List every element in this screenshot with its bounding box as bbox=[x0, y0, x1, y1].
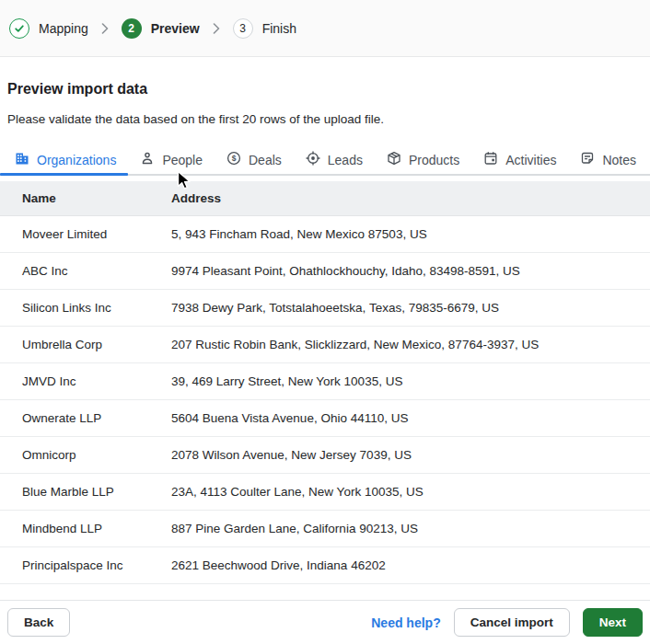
tab-organizations[interactable]: Organizations bbox=[0, 145, 128, 174]
tab-people-label: People bbox=[162, 153, 203, 167]
step-3-badge: 3 bbox=[233, 18, 253, 39]
cell-address: 5, 943 Fincham Road, New Mexico 87503, U… bbox=[171, 215, 650, 252]
cell-name: Moveer Limited bbox=[0, 215, 171, 252]
tab-products-label: Products bbox=[409, 153, 459, 167]
tab-deals[interactable]: $ Deals bbox=[215, 145, 294, 174]
footer-bar: Back Need help? Cancel import Next bbox=[0, 600, 650, 644]
person-icon bbox=[140, 151, 155, 168]
table-row: JMVD Inc39, 469 Larry Street, New York 1… bbox=[0, 362, 650, 399]
cell-address: 207 Rustic Robin Bank, Slicklizzard, New… bbox=[171, 326, 650, 362]
table-row: Principalspace Inc2621 Beechwood Drive, … bbox=[0, 546, 650, 583]
package-icon bbox=[387, 151, 401, 168]
chevron-right-icon bbox=[213, 23, 220, 34]
column-header-address: Address bbox=[171, 181, 650, 215]
table-row: Umbrella Corp207 Rustic Robin Bank, Slic… bbox=[0, 326, 650, 362]
note-icon bbox=[580, 151, 595, 168]
table-header-row: Name Address bbox=[0, 181, 650, 215]
back-button[interactable]: Back bbox=[7, 608, 70, 637]
page-title: Preview import data bbox=[7, 81, 643, 98]
cell-address: 7938 Dewy Park, Totstalahoeetska, Texas,… bbox=[171, 289, 650, 326]
table-row: Mindbend LLP887 Pine Garden Lane, Califo… bbox=[0, 510, 650, 546]
cell-address: 39, 469 Larry Street, New York 10035, US bbox=[171, 362, 650, 399]
tab-organizations-label: Organizations bbox=[37, 153, 116, 167]
chevron-right-icon bbox=[101, 23, 109, 34]
svg-text:$: $ bbox=[232, 154, 237, 163]
table-row: Omnicorp2078 Wilson Avenue, New Jersey 7… bbox=[0, 436, 650, 473]
tab-activities[interactable]: Activities bbox=[471, 145, 568, 174]
step-finish-label: Finish bbox=[262, 21, 296, 36]
cancel-import-button[interactable]: Cancel import bbox=[454, 608, 570, 637]
cell-name: Silicon Links Inc bbox=[0, 289, 171, 326]
need-help-link[interactable]: Need help? bbox=[371, 615, 440, 630]
table-row: ABC Inc9974 Pleasant Point, Ohathlockhou… bbox=[0, 252, 650, 289]
cell-name: Omnicorp bbox=[0, 436, 171, 473]
cell-address: 2078 Wilson Avenue, New Jersey 7039, US bbox=[171, 436, 650, 473]
cell-name: Principalspace Inc bbox=[0, 546, 171, 583]
tab-people[interactable]: People bbox=[128, 145, 215, 174]
step-mapping[interactable]: Mapping bbox=[9, 18, 88, 39]
dollar-circle-icon: $ bbox=[226, 151, 241, 168]
tab-leads-label: Leads bbox=[328, 153, 363, 167]
entity-tabs: Organizations People $ Deals Leads bbox=[0, 145, 650, 176]
cell-name: JMVD Inc bbox=[0, 362, 171, 399]
cell-address: 2621 Beechwood Drive, Indiana 46202 bbox=[171, 546, 650, 583]
next-button[interactable]: Next bbox=[583, 608, 643, 637]
preview-table: Name Address Moveer Limited5, 943 Fincha… bbox=[0, 181, 650, 584]
table-row: Ownerate LLP5604 Buena Vista Avenue, Ohi… bbox=[0, 399, 650, 436]
tab-products[interactable]: Products bbox=[375, 145, 471, 174]
cell-address: 23A, 4113 Coulter Lane, New York 10035, … bbox=[171, 473, 650, 510]
step-finish: 3 Finish bbox=[233, 18, 296, 39]
cell-name: Blue Marble LLP bbox=[0, 473, 171, 510]
table-row: Moveer Limited5, 943 Fincham Road, New M… bbox=[0, 215, 650, 252]
cell-name: Ownerate LLP bbox=[0, 399, 171, 436]
cell-address: 9974 Pleasant Point, Ohathlockhouchy, Id… bbox=[171, 252, 650, 289]
check-circle-icon bbox=[9, 18, 29, 39]
cell-name: Mindbend LLP bbox=[0, 510, 171, 546]
step-mapping-label: Mapping bbox=[39, 21, 88, 36]
cell-address: 5604 Buena Vista Avenue, Ohio 44110, US bbox=[171, 399, 650, 436]
cell-name: ABC Inc bbox=[0, 252, 171, 289]
step-preview-label: Preview bbox=[151, 21, 200, 36]
buildings-icon bbox=[15, 151, 29, 168]
tab-activities-label: Activities bbox=[505, 153, 556, 167]
target-icon bbox=[306, 151, 320, 168]
step-2-badge: 2 bbox=[122, 18, 142, 39]
column-header-name: Name bbox=[0, 181, 171, 215]
calendar-icon bbox=[483, 151, 498, 168]
table-row: Blue Marble LLP23A, 4113 Coulter Lane, N… bbox=[0, 473, 650, 510]
table-row: Silicon Links Inc7938 Dewy Park, Totstal… bbox=[0, 289, 650, 326]
tab-deals-label: Deals bbox=[249, 153, 282, 167]
tab-leads[interactable]: Leads bbox=[294, 145, 375, 174]
tab-notes[interactable]: Notes bbox=[568, 145, 648, 174]
cell-address: 887 Pine Garden Lane, California 90213, … bbox=[171, 510, 650, 546]
tab-notes-label: Notes bbox=[602, 153, 636, 167]
page-subtitle: Please validate the data based on the fi… bbox=[7, 112, 643, 126]
import-stepper: Mapping 2 Preview 3 Finish bbox=[0, 0, 650, 57]
step-preview[interactable]: 2 Preview bbox=[122, 18, 200, 39]
cell-name: Umbrella Corp bbox=[0, 326, 171, 362]
